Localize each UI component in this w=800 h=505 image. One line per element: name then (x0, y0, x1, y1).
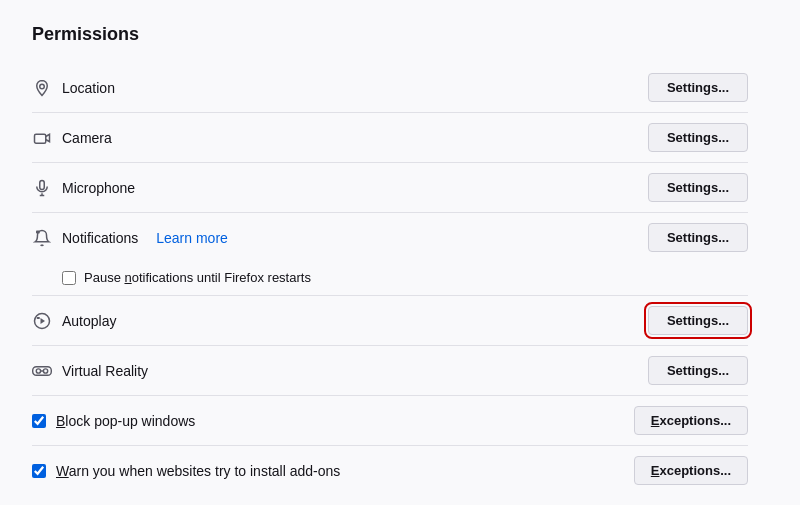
location-settings-button[interactable]: Settings... (648, 73, 748, 102)
block-popups-label: Block pop-up windows (56, 413, 195, 429)
notifications-block: Notifications Learn more Settings... Pau… (32, 213, 748, 296)
block-popups-left: Block pop-up windows (32, 413, 634, 429)
permission-row-notifications: Notifications Learn more Settings... (32, 213, 748, 262)
permission-left-microphone: Microphone (32, 178, 648, 198)
notifications-label: Notifications (62, 230, 138, 246)
microphone-settings-button[interactable]: Settings... (648, 173, 748, 202)
block-popups-checkbox[interactable] (32, 414, 46, 428)
svg-point-9 (36, 368, 40, 372)
microphone-label: Microphone (62, 180, 135, 196)
virtual-reality-settings-button[interactable]: Settings... (648, 356, 748, 385)
camera-label: Camera (62, 130, 112, 146)
svg-marker-7 (41, 318, 46, 324)
warn-addons-label: Warn you when websites try to install ad… (56, 463, 340, 479)
camera-settings-button[interactable]: Settings... (648, 123, 748, 152)
notifications-settings-button[interactable]: Settings... (648, 223, 748, 252)
svg-point-10 (43, 368, 47, 372)
notifications-learn-more-link[interactable]: Learn more (156, 230, 228, 246)
permission-row-microphone: Microphone Settings... (32, 163, 748, 213)
permission-left-virtual-reality: Virtual Reality (32, 361, 648, 381)
permission-row-location: Location Settings... (32, 63, 748, 113)
permission-left-camera: Camera (32, 128, 648, 148)
warn-addons-checkbox[interactable] (32, 464, 46, 478)
warn-addons-exceptions-button[interactable]: Exceptions... (634, 456, 748, 485)
page-title: Permissions (32, 24, 748, 45)
warn-addons-left: Warn you when websites try to install ad… (32, 463, 634, 479)
permissions-container: Permissions Location Settings... Camera (0, 0, 780, 505)
svg-rect-1 (35, 134, 46, 143)
permission-row-virtual-reality: Virtual Reality Settings... (32, 346, 748, 396)
svg-rect-2 (40, 180, 45, 189)
permission-row-autoplay: Autoplay Settings... (32, 296, 748, 346)
svg-rect-5 (36, 230, 40, 233)
virtual-reality-label: Virtual Reality (62, 363, 148, 379)
pause-notifications-checkbox-wrapper: Pause notifications until Firefox restar… (62, 270, 311, 285)
permission-row-camera: Camera Settings... (32, 113, 748, 163)
camera-icon (32, 128, 52, 148)
permission-left-location: Location (32, 78, 648, 98)
block-popups-exceptions-button[interactable]: Exceptions... (634, 406, 748, 435)
pause-notifications-label: Pause notifications until Firefox restar… (84, 270, 311, 285)
location-icon (32, 78, 52, 98)
block-popups-row: Block pop-up windows Exceptions... (32, 396, 748, 446)
microphone-icon (32, 178, 52, 198)
svg-point-0 (40, 84, 45, 89)
virtual-reality-icon (32, 361, 52, 381)
notifications-sub-option: Pause notifications until Firefox restar… (32, 262, 748, 295)
pause-notifications-checkbox[interactable] (62, 271, 76, 285)
permission-left-notifications: Notifications Learn more (32, 228, 648, 248)
notifications-icon (32, 228, 52, 248)
permission-left-autoplay: Autoplay (32, 311, 648, 331)
autoplay-label: Autoplay (62, 313, 116, 329)
location-label: Location (62, 80, 115, 96)
warn-addons-row: Warn you when websites try to install ad… (32, 446, 748, 495)
autoplay-settings-button[interactable]: Settings... (648, 306, 748, 335)
autoplay-icon (32, 311, 52, 331)
